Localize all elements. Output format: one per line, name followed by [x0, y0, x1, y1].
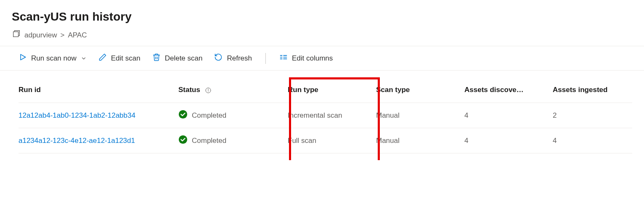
discovered-cell: 4 — [464, 128, 553, 153]
chevron-down-icon — [81, 55, 87, 61]
table-section: Run id Status Run type Scan type Assets … — [0, 71, 644, 160]
refresh-button[interactable]: Refresh — [214, 51, 252, 65]
trash-icon — [152, 53, 161, 63]
table-row: 12a12ab4-1ab0-1234-1ab2-12abb34Completed… — [19, 103, 632, 128]
check-circle-icon — [178, 110, 188, 121]
col-header-status[interactable]: Status — [178, 77, 288, 103]
run-id-link[interactable]: 12a12ab4-1ab0-1234-1ab2-12abb34 — [19, 111, 135, 119]
ingested-cell: 2 — [553, 103, 632, 128]
toolbar: Run scan now Edit scan Delete scan — [0, 46, 644, 71]
delete-scan-label: Delete scan — [165, 54, 203, 63]
col-header-run-id[interactable]: Run id — [19, 77, 178, 103]
play-icon — [19, 53, 27, 63]
run-type-cell: Incremental scan — [288, 103, 376, 128]
table-row: a1234a12-123c-4e12-ae12-1a123d1Completed… — [19, 128, 632, 153]
svg-point-13 — [179, 135, 187, 144]
refresh-icon — [214, 53, 223, 63]
col-header-discovered[interactable]: Assets discove… — [464, 77, 553, 103]
scan-type-cell: Manual — [376, 103, 464, 128]
check-circle-icon — [178, 135, 188, 146]
pencil-icon — [98, 53, 107, 63]
page-header: Scan-yUS run history adpurview > APAC — [0, 0, 644, 46]
breadcrumb-sep: > — [61, 31, 65, 40]
svg-rect-1 — [13, 32, 19, 37]
delete-scan-button[interactable]: Delete scan — [152, 51, 203, 65]
run-scan-button[interactable]: Run scan now — [19, 51, 87, 65]
breadcrumb-root[interactable]: adpurview — [24, 31, 57, 40]
status-text: Completed — [192, 111, 226, 120]
status-cell: Completed — [178, 135, 283, 146]
columns-icon — [279, 53, 288, 63]
run-scan-label: Run scan now — [31, 54, 77, 63]
status-cell: Completed — [178, 110, 283, 121]
edit-scan-label: Edit scan — [111, 54, 140, 63]
svg-point-11 — [208, 89, 208, 89]
scan-type-cell: Manual — [376, 128, 464, 153]
copy-icon — [12, 29, 21, 41]
info-icon[interactable] — [205, 87, 212, 94]
svg-point-12 — [179, 110, 187, 119]
page-title: Scan-yUS run history — [12, 10, 632, 24]
table-header-row: Run id Status Run type Scan type Assets … — [19, 77, 632, 103]
ingested-cell: 4 — [553, 128, 632, 153]
run-id-link[interactable]: a1234a12-123c-4e12-ae12-1a123d1 — [19, 137, 135, 145]
col-header-scan-type[interactable]: Scan type — [376, 77, 464, 103]
status-text: Completed — [192, 137, 226, 145]
discovered-cell: 4 — [464, 103, 553, 128]
run-history-table: Run id Status Run type Scan type Assets … — [19, 77, 632, 153]
edit-scan-button[interactable]: Edit scan — [98, 51, 140, 65]
refresh-label: Refresh — [227, 54, 252, 63]
breadcrumb: adpurview > APAC — [12, 29, 632, 41]
edit-columns-button[interactable]: Edit columns — [279, 51, 333, 65]
toolbar-separator — [265, 53, 266, 64]
breadcrumb-leaf[interactable]: APAC — [68, 31, 87, 40]
col-header-run-type[interactable]: Run type — [288, 77, 376, 103]
edit-columns-label: Edit columns — [292, 54, 333, 63]
col-header-ingested[interactable]: Assets ingested — [553, 77, 632, 103]
run-type-cell: Full scan — [288, 128, 376, 153]
svg-marker-2 — [21, 54, 26, 60]
